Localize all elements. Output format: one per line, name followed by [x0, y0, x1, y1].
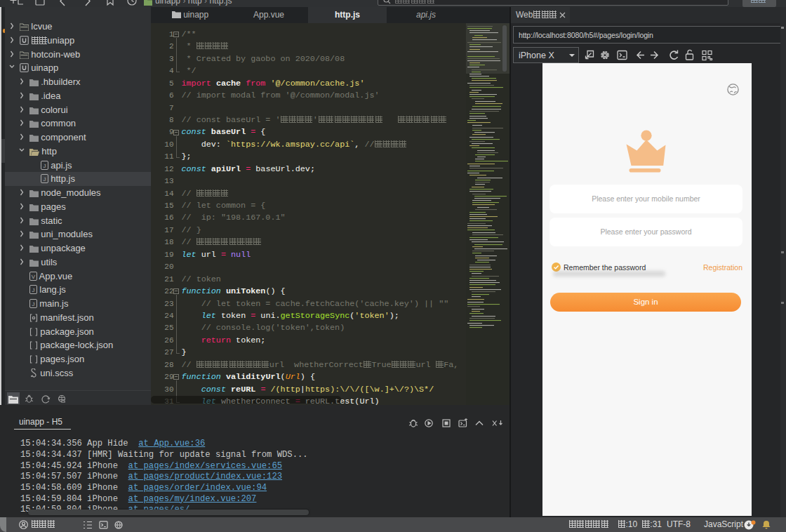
svg-text:J: J [32, 287, 34, 293]
svg-text:J: J [43, 162, 46, 168]
svg-text:J: J [43, 176, 46, 182]
svg-text:J: J [32, 301, 34, 307]
svg-text:V: V [31, 273, 35, 279]
